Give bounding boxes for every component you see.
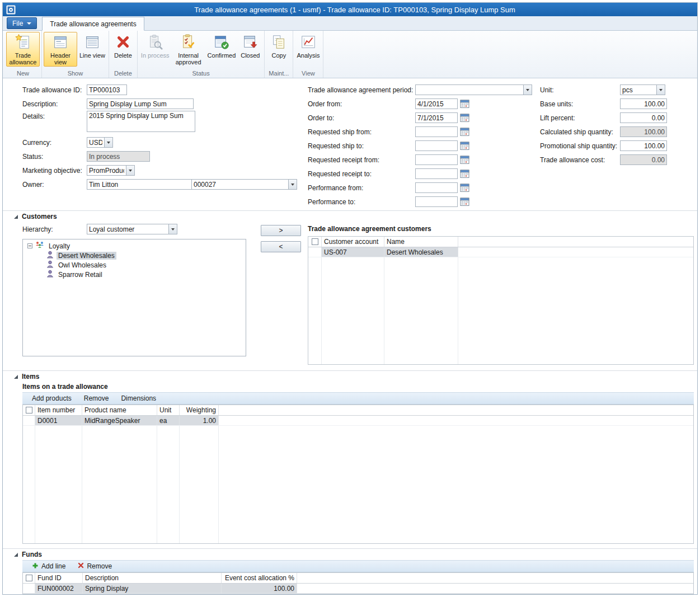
details-field[interactable]: 2015 Spring Display Lump Sum [87,111,195,132]
checkbox[interactable] [26,407,32,413]
hierarchy-combo[interactable] [87,224,177,234]
field-label: Trade allowance ID: [22,86,87,94]
add-products-button[interactable]: Add products [32,394,72,402]
row-checkbox-cell[interactable] [308,247,322,257]
calendar-icon[interactable] [459,196,470,207]
requested-ship-from-field[interactable] [415,126,458,137]
internal-approved-button[interactable]: Internal approved [172,32,205,67]
field-label: Lift percent: [540,114,620,122]
new-trade-allowance-button[interactable]: Trade allowance [6,32,40,67]
column-header-unit[interactable]: Unit [157,405,180,415]
move-left-button[interactable]: < [261,241,301,252]
column-header-customer-account[interactable]: Customer account [322,237,384,247]
remove-fund-button[interactable]: Remove [78,562,112,570]
column-header-product-name[interactable]: Product name [82,405,157,415]
field-label: Owner: [22,181,87,189]
select-all-checkbox-cell[interactable] [308,237,322,247]
copy-button[interactable]: Copy [266,32,291,60]
move-right-button[interactable]: > [261,225,301,236]
closed-button[interactable]: Closed [238,32,262,60]
marketing-objective-combo[interactable] [87,165,135,176]
calendar-icon[interactable] [459,140,470,151]
collapse-expander-icon[interactable] [27,243,32,248]
checkbox[interactable] [26,575,32,581]
column-header-item-number[interactable]: Item number [35,405,82,415]
dimensions-button[interactable]: Dimensions [121,394,156,402]
unit-field[interactable] [620,84,656,95]
ribbon-group-new: Trade allowance New [4,31,42,78]
tree-node-root[interactable]: Loyalty [23,241,246,251]
remove-items-button[interactable]: Remove [84,394,109,402]
column-header-fund-id[interactable]: Fund ID [35,573,83,583]
funds-section-header[interactable]: Funds [3,549,697,560]
cell-customer-name: Desert Wholesales [384,247,458,257]
customers-section-header[interactable]: Customers [3,211,697,222]
chevron-down-icon[interactable] [168,224,177,234]
owner-name-field[interactable] [87,179,192,190]
trade-allowance-id-field[interactable] [87,84,127,95]
app-window: Trade allowance agreements (1 - usmf) - … [2,2,698,595]
items-section-header[interactable]: Items [3,371,697,382]
row-checkbox-cell[interactable] [23,416,35,425]
tab-trade-allowance-agreements[interactable]: Trade allowance agreements [42,17,144,31]
header-view-button[interactable]: Header view [44,32,77,67]
column-header-name[interactable]: Name [384,237,458,247]
status-field [87,151,150,162]
funds-section: Funds Add line Remove Fund ID Descriptio… [3,548,697,594]
owner-code-field[interactable] [191,179,288,190]
item-row[interactable]: D0001 MidRangeSpeaker ea 1.00 [23,416,693,426]
period-field[interactable] [415,84,523,95]
chevron-down-icon[interactable] [523,84,532,95]
add-line-button[interactable]: Add line [32,562,65,571]
currency-combo[interactable] [87,137,113,148]
tree-node-customer[interactable]: Desert Wholesales [23,251,246,260]
select-all-checkbox-cell[interactable] [23,405,35,415]
chevron-down-icon[interactable] [288,179,297,190]
column-header-filler [219,405,693,415]
row-checkbox-cell[interactable] [23,584,35,593]
promotional-ship-quantity-field[interactable] [620,140,667,151]
in-process-icon [147,34,163,52]
calendar-icon[interactable] [459,168,470,179]
chevron-down-icon[interactable] [656,84,665,95]
owner-combo[interactable] [87,179,297,190]
chevron-down-icon[interactable] [126,165,135,176]
field-label: Marketing objective: [22,167,87,175]
tree-node-customer[interactable]: Owl Wholesales [23,260,246,270]
performance-to-field[interactable] [415,196,458,207]
requested-receipt-from-field[interactable] [415,154,458,165]
column-header-event-cost-allocation[interactable]: Event cost allocation % [222,573,297,583]
line-view-button[interactable]: Line view [78,32,107,60]
order-from-field[interactable] [415,98,458,109]
calendar-icon[interactable] [459,126,470,137]
requested-receipt-to-field[interactable] [415,168,458,179]
performance-from-field[interactable] [415,182,458,193]
file-menu-button[interactable]: File [7,17,37,29]
calendar-icon[interactable] [459,98,470,109]
order-to-field[interactable] [415,112,458,123]
checkbox[interactable] [312,238,318,245]
requested-ship-to-field[interactable] [415,140,458,151]
tree-node-customer[interactable]: Sparrow Retail [23,270,246,279]
column-header-description[interactable]: Description [83,573,222,583]
marketing-objective-field[interactable] [87,165,126,176]
description-field[interactable] [87,98,194,109]
select-all-checkbox-cell[interactable] [23,573,35,583]
currency-field[interactable] [87,137,104,148]
period-combo[interactable] [415,84,532,95]
chevron-down-icon[interactable] [104,137,113,148]
button-label: Trade allowance [8,52,38,65]
fund-row[interactable]: FUN000002 Spring Display 100.00 [23,584,693,594]
hierarchy-field[interactable] [87,224,168,234]
analysis-button[interactable]: Analysis [295,32,321,60]
delete-button[interactable]: Delete [111,32,135,60]
column-header-weighting[interactable]: Weighting [180,405,219,415]
customer-row[interactable]: US-007 Desert Wholesales [308,247,693,257]
unit-combo[interactable] [620,84,665,95]
calendar-icon[interactable] [459,112,470,123]
lift-percent-field[interactable] [620,112,667,123]
calendar-icon[interactable] [459,154,470,165]
base-units-field[interactable] [620,98,667,109]
calendar-icon[interactable] [459,182,470,193]
confirmed-button[interactable]: Confirmed [206,32,238,60]
